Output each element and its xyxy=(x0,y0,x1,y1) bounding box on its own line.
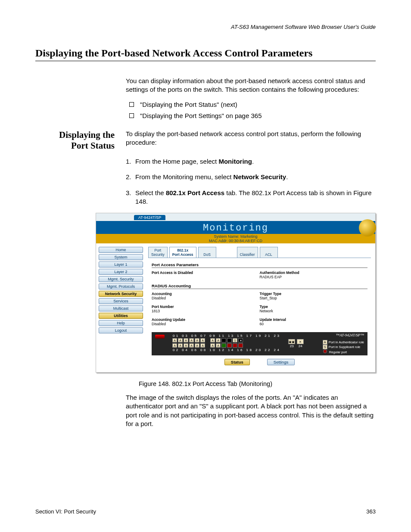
nav-mgmt-security[interactable]: Mgmt. Security xyxy=(99,276,143,282)
step-item: From the Monitoring menu, select Network… xyxy=(126,173,376,181)
port-icon[interactable]: A xyxy=(195,343,199,348)
port-icon[interactable] xyxy=(227,338,232,342)
tab-classifier[interactable]: Classifier xyxy=(237,247,258,258)
step-bold: 802.1x Port Access xyxy=(166,189,224,196)
port-icon[interactable]: A xyxy=(189,343,194,348)
port-icon[interactable]: A xyxy=(200,338,205,342)
nav-home[interactable]: Home xyxy=(99,247,143,253)
port-icon[interactable]: A xyxy=(195,338,199,342)
port-icon[interactable]: ✕ xyxy=(238,338,243,342)
step-text: . xyxy=(252,158,254,165)
port-icon[interactable] xyxy=(238,343,243,348)
nav-mgmt-protocols[interactable]: Mgmt. Protocols xyxy=(99,283,143,289)
screenshot-body: Home System Layer 1 Layer 2 Mgmt. Securi… xyxy=(96,243,375,372)
nav-layer1[interactable]: Layer 1 xyxy=(99,261,143,268)
globe-icon xyxy=(359,219,376,236)
header-guide: AT-S63 Management Software Web Browser U… xyxy=(35,24,376,30)
bullet-list: "Displaying the Port Status" (next) "Dis… xyxy=(126,100,376,121)
port-nums-bot: 02 04 06 08 10 12 14 16 18 20 22 24 xyxy=(172,348,280,352)
bullet-text: "Displaying the Port Settings" on page 3… xyxy=(140,112,262,120)
port-icon[interactable]: A xyxy=(184,338,188,342)
nav-help[interactable]: Help xyxy=(99,320,143,326)
settings-button[interactable]: Settings xyxy=(267,359,295,365)
port-icon[interactable]: A xyxy=(216,343,221,348)
pap-right: Authentication Method RADIUS EAP xyxy=(260,271,368,279)
ra-cell: Update Interval60 xyxy=(260,317,368,326)
nav-services[interactable]: Services xyxy=(99,298,143,304)
banner-title: Monitoring xyxy=(203,223,268,233)
sysinfo-bar: System Name: Marketing MAC Addr: 00:30:8… xyxy=(96,234,375,243)
window-tab[interactable]: AT-9424T/SP xyxy=(134,215,165,220)
button-row: Status Settings xyxy=(148,356,371,369)
bullet-item: "Displaying the Port Status" (next) xyxy=(126,100,376,109)
port-icon[interactable] xyxy=(227,343,232,348)
port-icon[interactable]: A xyxy=(184,343,188,348)
port-icon[interactable]: S xyxy=(233,338,237,342)
port-icon[interactable] xyxy=(221,338,226,342)
step-text: From the Home page, select xyxy=(135,158,218,165)
step-item: Select the 802.1x Port Access tab. The 8… xyxy=(126,189,376,206)
pap-grid: Port Access is Disabled Authentication M… xyxy=(152,271,367,283)
switch-graphic: ™AT-9424T/SP™ APort in Authenticator rol… xyxy=(152,332,367,355)
port-icon[interactable] xyxy=(233,343,237,348)
intro-block: You can display information about the po… xyxy=(126,77,376,120)
pap-auth-value: RADIUS EAP xyxy=(260,275,282,279)
ra-grid: AccountingDisabled Trigger TypeStart_Sto… xyxy=(152,292,367,330)
ra-label: Accounting xyxy=(152,292,172,296)
port-icon[interactable]: A xyxy=(172,343,177,348)
steps-list: From the Home page, select Monitoring. F… xyxy=(126,157,376,206)
bullet-text: "Displaying the Port Status" (next) xyxy=(140,100,237,109)
tab-dos[interactable]: DoS xyxy=(198,247,216,258)
tab-acl[interactable]: ACL xyxy=(260,247,278,258)
port-icon[interactable] xyxy=(221,343,226,348)
ra-cell: Accounting UpdateDisabled xyxy=(152,317,260,326)
port-icon[interactable]: A xyxy=(178,343,183,348)
nav-layer2[interactable]: Layer 2 xyxy=(99,269,143,275)
nav-multicast[interactable]: Multicast xyxy=(99,305,143,311)
tab-port-security[interactable]: Port Security xyxy=(148,247,168,258)
port-icon[interactable]: A xyxy=(210,343,215,348)
port-icon[interactable]: A xyxy=(210,338,215,342)
ra-value: Disabled xyxy=(152,322,166,326)
sysinfo-mac: MAC Addr: 00:30:84:A8:EF:CD xyxy=(209,239,262,243)
sfp-ports: ▣▣ 23 ✕ 24 xyxy=(288,339,304,348)
ra-label: Type xyxy=(260,305,268,309)
nav-system[interactable]: System xyxy=(99,254,143,260)
ra-label: Accounting Update xyxy=(152,317,185,322)
status-button[interactable]: Status xyxy=(224,359,250,365)
ra-cell: TypeNetwork xyxy=(260,305,368,313)
sfp-icon[interactable]: ✕ xyxy=(297,339,304,344)
nav-logout[interactable]: Logout xyxy=(99,327,143,333)
intro-text: You can display information about the po… xyxy=(126,77,376,94)
tab-line: Classifier xyxy=(240,252,255,257)
port-icon[interactable]: A xyxy=(200,343,205,348)
port-icon[interactable]: A xyxy=(216,338,221,342)
step-text: From the Monitoring menu, select xyxy=(135,173,234,180)
sfp-label: 23 xyxy=(288,344,295,348)
nav-utilities[interactable]: Utilities xyxy=(99,313,143,319)
banner: Monitoring xyxy=(96,221,375,234)
tab-content: Port Access Parameters Port Access is Di… xyxy=(148,258,371,356)
tab-8021x-port-access[interactable]: 802.1x Port Access xyxy=(169,247,196,258)
sfp-icon[interactable]: ▣▣ xyxy=(288,339,295,344)
port-row: A A A A A A xyxy=(172,338,205,342)
section-block: Displaying the Port Status To display th… xyxy=(35,130,376,151)
port-icon[interactable]: A xyxy=(172,338,177,342)
footer-page: 363 xyxy=(366,508,376,515)
port-icon[interactable]: A xyxy=(189,338,194,342)
tab-line: 802.1x xyxy=(177,248,188,252)
section-radius-accounting: RADIUS Accounting xyxy=(152,283,367,289)
pap-status: Port Access is Disabled xyxy=(152,271,193,275)
footer-section: Section VI: Port Security xyxy=(35,508,96,515)
nav-network-security[interactable]: Network Security xyxy=(99,291,143,297)
window-tabstrip: AT-9424T/SP xyxy=(96,213,375,221)
legend-r: Regular port xyxy=(329,350,347,354)
ra-cell: AccountingDisabled xyxy=(152,292,260,300)
page: AT-S63 Management Software Web Browser U… xyxy=(0,0,411,532)
port-area: 01 03 05 07 09 11 13 15 17 19 21 23 A A … xyxy=(172,334,280,352)
figure-caption: Figure 148. 802.1x Port Access Tab (Moni… xyxy=(35,380,376,387)
ra-label: Port Number xyxy=(152,305,174,309)
port-icon[interactable]: A xyxy=(178,338,183,342)
ra-cell: Trigger TypeStart_Stop xyxy=(260,292,368,300)
side-heading-line: Port Status xyxy=(71,140,115,151)
